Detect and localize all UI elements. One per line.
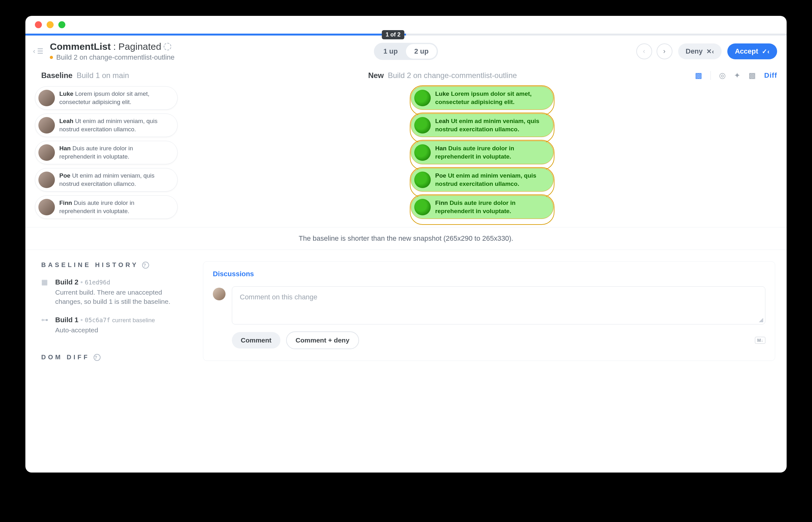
comment-item: Poe Ut enim ad minim veniam, quis nostru… [35, 168, 178, 192]
comment-button[interactable]: Comment [232, 332, 280, 348]
history-build-tag: current baseline [112, 317, 155, 323]
user-avatar [213, 288, 225, 300]
breadcrumb-nav: ‹ ☰ [33, 47, 43, 56]
view-mode-toggle: 1 of 2 1 up 2 up [374, 43, 438, 60]
new-label: New [368, 71, 384, 80]
baseline-snapshot: Luke Lorem ipsum dolor sit amet, consect… [35, 86, 411, 223]
help-icon[interactable]: ? [94, 354, 101, 361]
topbar-actions: ‹ › Deny ✕‹ Accept ✓‹ [636, 43, 777, 59]
comment-item-diff: Poe Ut enim ad minim veniam, quis nostru… [411, 168, 554, 192]
dom-diff-heading: DOM DIFF ? [41, 354, 190, 361]
close-window-icon[interactable] [35, 21, 42, 28]
discussions-panel: Discussions Comment on this change Comme… [203, 261, 775, 361]
avatar [38, 90, 55, 106]
history-item: ▦ Build 2 • 61ed96d Current build. There… [41, 278, 190, 306]
avatar [414, 172, 431, 188]
commit-icon: ⊶ [41, 316, 49, 324]
comment-input[interactable]: Comment on this change [232, 286, 765, 324]
history-build-title: Build 2 [55, 278, 78, 286]
deny-label: Deny [686, 47, 703, 56]
two-up-tab[interactable]: 2 up [406, 44, 437, 59]
next-change-button[interactable]: › [657, 43, 672, 59]
comment-item: Han Duis aute irure dolor in reprehender… [35, 141, 178, 164]
minimize-window-icon[interactable] [47, 21, 54, 28]
target-icon[interactable]: ◎ [719, 71, 726, 80]
history-build-hash: 61ed96d [85, 279, 110, 286]
new-snapshot: Luke Lorem ipsum dolor sit amet, consect… [411, 86, 787, 223]
accept-label: Accept [735, 47, 758, 56]
history-build-title: Build 1 [55, 316, 78, 324]
help-icon[interactable]: ? [142, 262, 149, 268]
comment-item: Leah Ut enim ad minim veniam, quis nostr… [35, 114, 178, 137]
comment-item-diff: Leah Ut enim ad minim veniam, quis nostr… [411, 114, 554, 137]
avatar [38, 144, 55, 161]
new-sub: Build 2 on change-commentlist-outline [388, 71, 517, 80]
list-icon[interactable]: ☰ [37, 47, 43, 56]
history-item: ⊶ Build 1 • 05c6a7f current baseline Aut… [41, 316, 190, 335]
avatar [38, 199, 55, 215]
one-up-tab[interactable]: 1 up [375, 44, 406, 59]
comment-item-diff: Han Duis aute irure dolor in reprehender… [411, 141, 554, 164]
status-dot-icon [50, 56, 53, 59]
baseline-history-heading: BASELINE HISTORY ? [41, 261, 190, 268]
story-settings-icon[interactable] [164, 43, 171, 51]
maximize-window-icon[interactable] [58, 21, 65, 28]
history-build-desc: Auto-accepted [55, 325, 155, 335]
topbar: ‹ ☰ CommentList: Paginated Build 2 on ch… [25, 36, 787, 67]
diff-label[interactable]: Diff [764, 72, 777, 80]
back-icon[interactable]: ‹ [33, 47, 35, 56]
browser-window: ‹ ☰ CommentList: Paginated Build 2 on ch… [25, 16, 787, 473]
view-tooltip: 1 of 2 [382, 30, 404, 39]
snapshot-row: Luke Lorem ipsum dolor sit amet, consect… [25, 84, 787, 223]
comment-deny-button[interactable]: Comment + deny [286, 332, 359, 349]
build-subtitle: Build 2 on change-commentlist-outline [56, 53, 175, 62]
build-icon: ▦ [41, 278, 49, 286]
prev-change-button[interactable]: ‹ [636, 43, 652, 59]
avatar [414, 144, 431, 161]
history-build-hash: 05c6a7f [85, 317, 110, 323]
baseline-label: Baseline [41, 71, 73, 80]
resize-note: The baseline is shorter than the new sna… [25, 227, 787, 250]
comment-item-diff: Luke Lorem ipsum dolor sit amet, consect… [411, 86, 554, 110]
focus-mode-icon[interactable]: ▩ [695, 71, 702, 80]
overlay-icon[interactable]: ▩ [749, 71, 756, 80]
comment-placeholder: Comment on this change [240, 293, 317, 301]
story-component-name: CommentList [50, 41, 111, 52]
title-block: CommentList: Paginated Build 2 on change… [50, 41, 175, 62]
avatar [414, 117, 431, 134]
comment-item: Finn Duis aute irure dolor in reprehende… [35, 195, 178, 219]
avatar [38, 117, 55, 134]
deny-icon: ✕‹ [706, 47, 714, 55]
window-titlebar [25, 16, 787, 34]
story-state-name: Paginated [118, 41, 161, 52]
comment-item-diff: Finn Duis aute irure dolor in reprehende… [411, 195, 554, 219]
accept-icon: ✓‹ [762, 47, 770, 55]
comment-item: Luke Lorem ipsum dolor sit amet, consect… [35, 86, 178, 110]
panel-headers: Baseline Build 1 on main New Build 2 on … [25, 67, 787, 84]
deny-button[interactable]: Deny ✕‹ [678, 43, 721, 59]
accept-button[interactable]: Accept ✓‹ [727, 43, 777, 59]
avatar [414, 90, 431, 106]
discussions-tab[interactable]: Discussions [213, 270, 254, 278]
markdown-badge: M↓ [755, 337, 765, 344]
avatar [38, 172, 55, 188]
avatar [414, 199, 431, 215]
tool-divider [711, 71, 711, 80]
bottom-section: BASELINE HISTORY ? ▦ Build 2 • 61ed96d C… [25, 250, 787, 361]
history-build-desc: Current build. There are unaccepted chan… [55, 288, 176, 306]
diff-tools: ▩ ◎ ✦ ▩ Diff [695, 71, 777, 80]
ignore-regions-icon[interactable]: ✦ [734, 71, 740, 80]
baseline-sub: Build 1 on main [76, 71, 129, 80]
